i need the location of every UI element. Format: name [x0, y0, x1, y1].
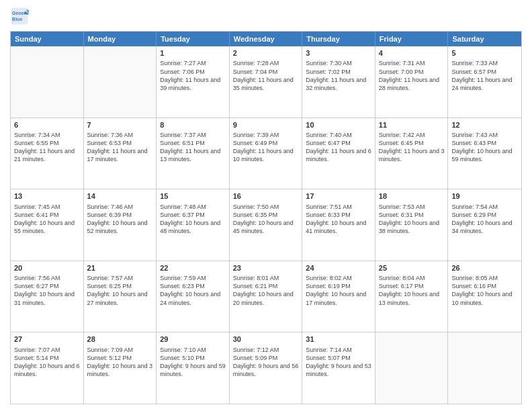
day-cell-2: 2Sunrise: 7:28 AMSunset: 7:04 PMDaylight… [230, 46, 303, 118]
day-number: 25 [379, 263, 445, 273]
cell-info: Sunrise: 7:27 AMSunset: 7:06 PMDaylight:… [160, 59, 226, 92]
day-cell-20: 20Sunrise: 7:56 AMSunset: 6:27 PMDayligh… [11, 261, 84, 332]
day-cell-9: 9Sunrise: 7:39 AMSunset: 6:49 PMDaylight… [230, 118, 303, 189]
day-cell-16: 16Sunrise: 7:50 AMSunset: 6:35 PMDayligh… [230, 189, 303, 261]
day-number: 6 [14, 120, 80, 130]
day-number: 3 [306, 48, 371, 58]
day-cell-31: 31Sunrise: 7:14 AMSunset: 5:07 PMDayligh… [302, 332, 375, 404]
calendar-page: General Blue SundayMondayTuesdayWednesda… [0, 0, 532, 411]
cell-info: Sunrise: 7:43 AMSunset: 6:43 PMDaylight:… [451, 131, 518, 164]
day-cell-17: 17Sunrise: 7:51 AMSunset: 6:33 PMDayligh… [302, 189, 375, 261]
day-number: 20 [14, 263, 80, 273]
day-cell-23: 23Sunrise: 8:01 AMSunset: 6:21 PMDayligh… [230, 261, 303, 332]
calendar: SundayMondayTuesdayWednesdayThursdayFrid… [10, 31, 522, 404]
header-day-saturday: Saturday [448, 32, 521, 46]
day-cell-1: 1Sunrise: 7:27 AMSunset: 7:06 PMDaylight… [157, 46, 230, 118]
day-number: 1 [160, 48, 226, 58]
logo: General Blue [10, 7, 30, 26]
cell-info: Sunrise: 7:14 AMSunset: 5:07 PMDaylight:… [306, 346, 371, 379]
svg-text:Blue: Blue [12, 17, 22, 21]
day-number: 26 [451, 263, 518, 273]
day-number: 10 [306, 120, 371, 130]
day-number: 19 [451, 191, 518, 201]
cell-info: Sunrise: 7:59 AMSunset: 6:23 PMDaylight:… [160, 274, 226, 307]
day-cell-15: 15Sunrise: 7:48 AMSunset: 6:37 PMDayligh… [157, 189, 230, 261]
cell-info: Sunrise: 7:28 AMSunset: 7:04 PMDaylight:… [233, 59, 299, 92]
cell-info: Sunrise: 7:07 AMSunset: 5:14 PMDaylight:… [14, 346, 80, 379]
calendar-row-1: 6Sunrise: 7:34 AMSunset: 6:55 PMDaylight… [11, 118, 521, 189]
day-number: 21 [87, 263, 153, 273]
day-number: 29 [160, 334, 226, 345]
empty-cell [448, 332, 521, 404]
day-number: 2 [233, 48, 299, 58]
day-cell-30: 30Sunrise: 7:12 AMSunset: 5:09 PMDayligh… [230, 332, 303, 404]
calendar-row-4: 27Sunrise: 7:07 AMSunset: 5:14 PMDayligh… [11, 332, 521, 404]
day-cell-26: 26Sunrise: 8:05 AMSunset: 6:16 PMDayligh… [448, 261, 521, 332]
header-day-sunday: Sunday [11, 32, 84, 46]
day-number: 12 [451, 120, 518, 130]
calendar-row-2: 13Sunrise: 7:45 AMSunset: 6:41 PMDayligh… [11, 189, 521, 261]
day-number: 5 [451, 48, 518, 58]
cell-info: Sunrise: 8:02 AMSunset: 6:19 PMDaylight:… [306, 274, 371, 307]
cell-info: Sunrise: 7:56 AMSunset: 6:27 PMDaylight:… [14, 274, 80, 307]
calendar-header: SundayMondayTuesdayWednesdayThursdayFrid… [11, 32, 521, 46]
day-cell-24: 24Sunrise: 8:02 AMSunset: 6:19 PMDayligh… [302, 261, 375, 332]
day-cell-6: 6Sunrise: 7:34 AMSunset: 6:55 PMDaylight… [11, 118, 84, 189]
day-number: 17 [306, 191, 371, 201]
svg-rect-0 [11, 8, 28, 25]
cell-info: Sunrise: 7:50 AMSunset: 6:35 PMDaylight:… [233, 203, 299, 236]
cell-info: Sunrise: 7:12 AMSunset: 5:09 PMDaylight:… [233, 346, 299, 379]
cell-info: Sunrise: 7:31 AMSunset: 7:00 PMDaylight:… [379, 59, 445, 92]
day-number: 27 [14, 334, 80, 345]
cell-info: Sunrise: 7:10 AMSunset: 5:10 PMDaylight:… [160, 346, 226, 379]
day-cell-7: 7Sunrise: 7:36 AMSunset: 6:53 PMDaylight… [84, 118, 157, 189]
cell-info: Sunrise: 7:42 AMSunset: 6:45 PMDaylight:… [379, 131, 445, 164]
day-number: 8 [160, 120, 226, 130]
cell-info: Sunrise: 7:48 AMSunset: 6:37 PMDaylight:… [160, 203, 226, 236]
day-cell-3: 3Sunrise: 7:30 AMSunset: 7:02 PMDaylight… [302, 46, 375, 118]
day-number: 7 [87, 120, 153, 130]
cell-info: Sunrise: 7:45 AMSunset: 6:41 PMDaylight:… [14, 203, 80, 236]
day-number: 31 [306, 334, 371, 345]
cell-info: Sunrise: 8:05 AMSunset: 6:16 PMDaylight:… [451, 274, 518, 307]
day-number: 11 [379, 120, 445, 130]
day-cell-4: 4Sunrise: 7:31 AMSunset: 7:00 PMDaylight… [375, 46, 449, 118]
cell-info: Sunrise: 7:53 AMSunset: 6:31 PMDaylight:… [379, 203, 445, 236]
day-cell-12: 12Sunrise: 7:43 AMSunset: 6:43 PMDayligh… [448, 118, 521, 189]
day-number: 16 [233, 191, 299, 201]
cell-info: Sunrise: 8:01 AMSunset: 6:21 PMDaylight:… [233, 274, 299, 307]
day-cell-27: 27Sunrise: 7:07 AMSunset: 5:14 PMDayligh… [11, 332, 84, 404]
cell-info: Sunrise: 7:30 AMSunset: 7:02 PMDaylight:… [306, 59, 371, 92]
day-number: 28 [87, 334, 153, 345]
logo-icon: General Blue [10, 7, 29, 26]
cell-info: Sunrise: 7:37 AMSunset: 6:51 PMDaylight:… [160, 131, 226, 164]
day-number: 4 [379, 48, 445, 58]
header: General Blue [10, 7, 522, 26]
cell-info: Sunrise: 7:09 AMSunset: 5:12 PMDaylight:… [87, 346, 153, 379]
day-cell-8: 8Sunrise: 7:37 AMSunset: 6:51 PMDaylight… [157, 118, 230, 189]
day-number: 23 [233, 263, 299, 273]
empty-cell [11, 46, 84, 118]
cell-info: Sunrise: 8:04 AMSunset: 6:17 PMDaylight:… [379, 274, 445, 307]
cell-info: Sunrise: 7:40 AMSunset: 6:47 PMDaylight:… [306, 131, 371, 164]
cell-info: Sunrise: 7:36 AMSunset: 6:53 PMDaylight:… [87, 131, 153, 164]
day-cell-18: 18Sunrise: 7:53 AMSunset: 6:31 PMDayligh… [375, 189, 449, 261]
calendar-row-3: 20Sunrise: 7:56 AMSunset: 6:27 PMDayligh… [11, 261, 521, 332]
cell-info: Sunrise: 7:51 AMSunset: 6:33 PMDaylight:… [306, 203, 371, 236]
calendar-row-0: 1Sunrise: 7:27 AMSunset: 7:06 PMDaylight… [11, 46, 521, 118]
calendar-body: 1Sunrise: 7:27 AMSunset: 7:06 PMDaylight… [11, 46, 521, 404]
day-number: 14 [87, 191, 153, 201]
day-cell-28: 28Sunrise: 7:09 AMSunset: 5:12 PMDayligh… [84, 332, 157, 404]
day-number: 15 [160, 191, 226, 201]
day-cell-11: 11Sunrise: 7:42 AMSunset: 6:45 PMDayligh… [375, 118, 449, 189]
cell-info: Sunrise: 7:46 AMSunset: 6:39 PMDaylight:… [87, 203, 153, 236]
header-day-wednesday: Wednesday [230, 32, 303, 46]
day-cell-25: 25Sunrise: 8:04 AMSunset: 6:17 PMDayligh… [375, 261, 449, 332]
cell-info: Sunrise: 7:39 AMSunset: 6:49 PMDaylight:… [233, 131, 299, 164]
day-number: 24 [306, 263, 371, 273]
day-cell-19: 19Sunrise: 7:54 AMSunset: 6:29 PMDayligh… [448, 189, 521, 261]
header-day-monday: Monday [84, 32, 157, 46]
day-number: 30 [233, 334, 299, 345]
day-cell-10: 10Sunrise: 7:40 AMSunset: 6:47 PMDayligh… [302, 118, 375, 189]
cell-info: Sunrise: 7:33 AMSunset: 6:57 PMDaylight:… [451, 59, 518, 92]
